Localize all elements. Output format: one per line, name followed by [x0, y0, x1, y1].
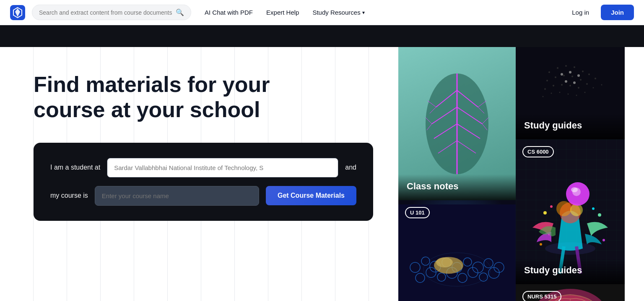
search-bar[interactable]: 🔍 — [32, 5, 191, 20]
svg-point-73 — [573, 81, 576, 84]
cs6000-label: Study guides — [516, 258, 625, 284]
svg-point-48 — [546, 80, 548, 81]
svg-point-60 — [595, 78, 596, 79]
label-student-at: I am a student at — [50, 164, 100, 171]
svg-point-57 — [569, 85, 571, 86]
svg-point-88 — [602, 239, 605, 241]
nav-expert-help[interactable]: Expert Help — [266, 9, 299, 16]
svg-point-54 — [544, 88, 546, 90]
cs6000-badge: CS 6000 — [522, 146, 554, 157]
class-notes-label: Class notes — [398, 174, 516, 200]
nurs-card[interactable]: NURS 5315 — [516, 284, 625, 301]
main-nav: AI Chat with PDF Expert Help Study Resou… — [205, 9, 567, 16]
search-icon: 🔍 — [176, 8, 184, 16]
svg-point-45 — [565, 65, 567, 67]
svg-point-49 — [555, 76, 556, 78]
svg-point-62 — [551, 93, 552, 94]
svg-point-82 — [571, 187, 578, 192]
nurs-badge: NURS 5315 — [522, 291, 561, 301]
svg-point-67 — [593, 87, 594, 89]
nav-study-resources[interactable]: Study Resources ▾ — [312, 9, 364, 16]
svg-point-70 — [569, 71, 571, 73]
svg-point-66 — [584, 92, 586, 93]
svg-point-43 — [548, 71, 550, 73]
cards-container: Class notes — [398, 47, 644, 301]
svg-point-51 — [571, 76, 573, 77]
svg-point-84 — [550, 205, 553, 208]
form-row-course: my course is Get Course Materials — [50, 186, 356, 206]
nav-ai-chat[interactable]: AI Chat with PDF — [205, 9, 253, 16]
dark-strip — [0, 25, 644, 47]
svg-point-64 — [568, 94, 569, 95]
cs6000-card[interactable]: CS 6000 Study guides — [516, 139, 625, 284]
svg-point-53 — [588, 73, 590, 75]
hero-title: Find materials for your course at your s… — [34, 72, 285, 123]
left-panel: Find materials for your course at your s… — [0, 47, 398, 301]
svg-point-56 — [561, 84, 563, 86]
cards-col-right: Study guides — [516, 47, 625, 301]
cards-col-left: Class notes — [398, 47, 516, 301]
svg-point-47 — [582, 71, 584, 72]
svg-point-78 — [556, 201, 571, 216]
test-prep-badge: U 101 — [405, 207, 430, 218]
nav-study-resources-label: Study Resources — [312, 9, 360, 16]
svg-point-83 — [543, 211, 547, 215]
course-form-card: I am a student at and my course is Get C… — [34, 143, 373, 221]
svg-point-59 — [586, 83, 588, 85]
svg-point-69 — [561, 73, 563, 76]
main-content: Find materials for your course at your s… — [0, 47, 644, 301]
svg-point-44 — [557, 67, 558, 69]
svg-point-61 — [543, 96, 544, 97]
form-row-school: I am a student at and — [50, 158, 356, 178]
study-guides-top-label: Study guides — [516, 113, 625, 139]
chevron-down-icon: ▾ — [362, 10, 365, 16]
svg-point-71 — [577, 74, 580, 77]
coral-illustration — [398, 204, 516, 301]
school-input[interactable] — [107, 158, 338, 178]
login-button[interactable]: Log in — [567, 5, 594, 19]
svg-point-87 — [540, 243, 542, 246]
svg-point-86 — [592, 207, 595, 210]
get-course-materials-button[interactable]: Get Course Materials — [266, 186, 356, 205]
svg-point-72 — [565, 80, 567, 83]
right-panel: Class notes — [398, 47, 644, 301]
svg-point-55 — [553, 85, 554, 86]
svg-point-46 — [574, 66, 575, 68]
svg-point-85 — [598, 213, 601, 217]
label-and: and — [345, 164, 356, 171]
site-logo[interactable] — [10, 5, 25, 20]
leaf-illustration — [415, 65, 499, 183]
svg-point-52 — [580, 79, 582, 81]
test-prep-card[interactable]: U 101 Test prep — [398, 200, 516, 301]
search-input[interactable] — [39, 9, 172, 16]
navbar-actions: Log in Join — [567, 5, 634, 20]
study-guides-top-card[interactable]: Study guides — [516, 47, 625, 139]
class-notes-card[interactable]: Class notes — [398, 47, 516, 200]
svg-point-65 — [576, 95, 577, 96]
svg-point-63 — [559, 92, 561, 93]
svg-point-50 — [563, 75, 565, 76]
navbar: 🔍 AI Chat with PDF Expert Help Study Res… — [0, 0, 644, 25]
course-input[interactable] — [95, 186, 259, 206]
svg-point-68 — [601, 84, 602, 86]
join-button[interactable]: Join — [601, 5, 634, 20]
label-my-course-is: my course is — [50, 192, 88, 199]
svg-point-58 — [578, 87, 579, 89]
svg-point-40 — [436, 257, 453, 267]
